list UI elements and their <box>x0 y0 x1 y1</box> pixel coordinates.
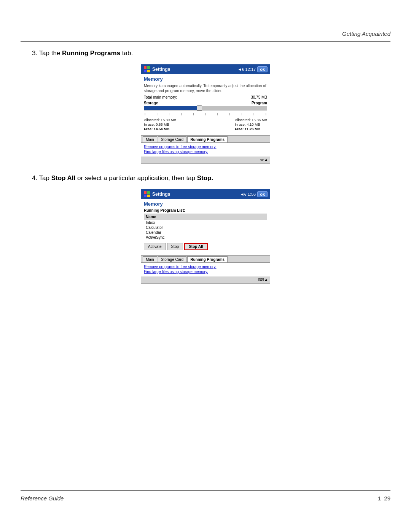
titlebar1-time: ◄€ 12:17 <box>238 67 256 72</box>
step4-instruction: 4. Tap Stop All or select a particular a… <box>32 174 390 182</box>
memory-slider[interactable] <box>144 106 267 110</box>
inuse-right: In use: 4.10 MB <box>235 122 267 126</box>
program-row-calendar[interactable]: Calendar <box>144 230 267 235</box>
total-label: Total main memory: <box>144 95 177 99</box>
memory-col-left: Allocated: 15.39 MB In use: 0.85 MB Free… <box>144 118 176 131</box>
tab-storage-card1[interactable]: Storage Card <box>158 136 186 142</box>
svg-rect-4 <box>144 191 147 194</box>
tab-bar1: Main Storage Card Running Programs <box>141 135 270 142</box>
free-left: Free: 14.54 MB <box>144 127 176 131</box>
remove-programs-link2[interactable]: Remove programs to free storage memory. <box>144 265 267 269</box>
program-list-area: Name Inbox Calculator Calendar ActiveSyn… <box>144 214 267 240</box>
remove-programs-link1[interactable]: Remove programs to free storage memory. <box>144 145 267 149</box>
screenshot1: Settings ◄€ 12:17 ok Memory Memory is ma… <box>141 64 270 164</box>
stop-all-button[interactable]: Stop All <box>184 243 207 250</box>
pencil-icon1: ✏ <box>260 157 264 163</box>
slider-fill-left <box>144 106 199 110</box>
tab-main1[interactable]: Main <box>143 136 157 142</box>
program-row-calculator[interactable]: Calculator <box>144 225 267 230</box>
svg-rect-6 <box>144 195 147 197</box>
activate-button[interactable]: Activate <box>144 243 166 250</box>
screenshot2: Settings ◄€ 1:56 ok Memory Running Progr… <box>141 189 270 284</box>
screenshot2-body: Memory Running Program List: Name Inbox … <box>141 199 270 255</box>
find-large-files-link2[interactable]: Find large files using storage memory. <box>144 270 267 274</box>
find-large-files-link1[interactable]: Find large files using storage memory. <box>144 150 267 154</box>
stop-button[interactable]: Stop <box>167 243 183 250</box>
keyboard-icon: ⌨ <box>258 277 264 283</box>
titlebar2-time: ◄€ 1:56 <box>240 192 256 197</box>
svg-rect-0 <box>144 66 147 69</box>
total-value: 30.75 MB <box>251 95 267 99</box>
footer-left: Reference Guide <box>21 495 64 502</box>
bottom-rule <box>21 490 390 491</box>
tab-running-programs1[interactable]: Running Programs <box>187 136 228 142</box>
running-program-list-label: Running Program List: <box>144 208 267 212</box>
tab-storage-card2[interactable]: Storage Card <box>158 256 186 262</box>
tick-marks: ||||||||||| <box>144 112 267 115</box>
tab-content2: Remove programs to free storage memory. … <box>141 262 270 276</box>
windows-logo-icon2 <box>143 191 150 198</box>
tab-running-programs2[interactable]: Running Programs <box>187 256 228 262</box>
windows-logo-icon <box>143 66 150 73</box>
ss-footer2: ⌨ ▲ <box>141 276 270 283</box>
screenshot1-container: Settings ◄€ 12:17 ok Memory Memory is ma… <box>21 64 390 164</box>
svg-rect-5 <box>147 191 150 194</box>
memory-description: Memory is managed automatically. To temp… <box>144 83 267 93</box>
memory-labels: Storage Program <box>144 101 267 105</box>
titlebar1-left: Settings <box>143 66 170 73</box>
titlebar1-title: Settings <box>152 67 170 72</box>
program-list-header: Name <box>144 214 267 220</box>
scroll-up-icon1: ▲ <box>264 157 268 163</box>
memory-col-right: Allocated: 15.36 MB In use: 4.10 MB Free… <box>235 118 267 131</box>
svg-rect-7 <box>147 195 150 197</box>
program-row-activesync[interactable]: ActiveSync <box>144 235 267 240</box>
slider-thumb[interactable] <box>197 105 202 111</box>
svg-rect-2 <box>144 70 147 72</box>
ok-button2[interactable]: ok <box>257 191 268 197</box>
tab-main2[interactable]: Main <box>143 256 157 262</box>
screenshot1-body: Memory Memory is managed automatically. … <box>141 74 270 135</box>
top-rule <box>21 41 390 42</box>
total-memory-row: Total main memory: 30.75 MB <box>144 95 267 99</box>
tab-content1: Remove programs to free storage memory. … <box>141 142 270 157</box>
program-row-inbox[interactable]: Inbox <box>144 220 267 225</box>
footer-right: 1–29 <box>378 495 390 502</box>
program-label: Program <box>252 101 267 105</box>
titlebar2-right: ◄€ 1:56 ok <box>240 191 268 197</box>
inuse-left: In use: 0.85 MB <box>144 122 176 126</box>
titlebar1-right: ◄€ 12:17 ok <box>238 66 268 72</box>
titlebar2-title: Settings <box>152 192 170 197</box>
action-buttons: Activate Stop Stop All <box>144 242 267 251</box>
page-header: Getting Acquainted <box>342 30 390 37</box>
storage-label: Storage <box>144 101 158 105</box>
screenshot2-container: Settings ◄€ 1:56 ok Memory Running Progr… <box>21 189 390 284</box>
memory-info: Allocated: 15.39 MB In use: 0.85 MB Free… <box>144 118 267 131</box>
section-title2: Memory <box>144 201 267 207</box>
name-column-header: Name <box>144 214 267 220</box>
free-right: Free: 11.26 MB <box>235 127 267 131</box>
tab-bar2: Main Storage Card Running Programs <box>141 255 270 262</box>
titlebar1: Settings ◄€ 12:17 ok <box>141 64 270 74</box>
scroll-up-icon2: ▲ <box>264 277 268 283</box>
ok-button1[interactable]: ok <box>257 66 268 72</box>
ss-footer1: ✏ ▲ <box>141 157 270 163</box>
allocated-right: Allocated: 15.36 MB <box>235 118 267 122</box>
svg-rect-3 <box>147 70 150 72</box>
main-content: 3. Tap the Running Programs tab. Setting… <box>21 50 390 294</box>
svg-rect-1 <box>147 66 150 69</box>
section-title1: Memory <box>144 76 267 82</box>
allocated-left: Allocated: 15.39 MB <box>144 118 176 122</box>
step3-instruction: 3. Tap the Running Programs tab. <box>32 50 390 57</box>
titlebar2-left: Settings <box>143 191 170 198</box>
titlebar2: Settings ◄€ 1:56 ok <box>141 189 270 199</box>
